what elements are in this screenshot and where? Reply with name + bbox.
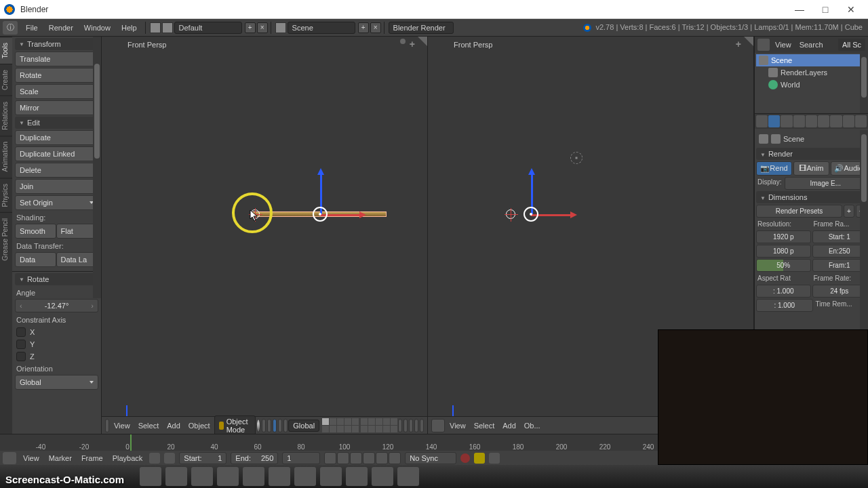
- timeline-view-menu[interactable]: View: [20, 454, 42, 462]
- editor-type-icon[interactable]: [3, 452, 16, 464]
- operator-header[interactable]: Rotate: [15, 273, 98, 285]
- renderlayers-context-icon[interactable]: [781, 115, 792, 127]
- outliner-world-row[interactable]: World: [756, 79, 867, 91]
- playhead[interactable]: [130, 434, 132, 451]
- data-button[interactable]: Data: [15, 252, 56, 267]
- manipulator-translate-icon[interactable]: [273, 419, 277, 432]
- taskbar-app-icon[interactable]: [346, 467, 368, 486]
- world-context-icon[interactable]: [806, 115, 817, 127]
- taskbar-app-icon[interactable]: [397, 467, 419, 486]
- menu-help[interactable]: Help: [116, 24, 142, 32]
- taskbar-app-icon[interactable]: [243, 467, 264, 486]
- render-engine-dropdown[interactable]: Blender Render: [389, 22, 454, 34]
- add-preset-button[interactable]: +: [844, 205, 854, 218]
- screen-layout-dropdown[interactable]: Default: [174, 22, 242, 34]
- add-menu[interactable]: Add: [498, 422, 520, 430]
- delete-scene-button[interactable]: ×: [370, 22, 381, 33]
- split-corner-icon[interactable]: [744, 37, 753, 46]
- timeline-track[interactable]: -40-20020406080100120140160180200220240: [0, 434, 658, 451]
- data-context-icon[interactable]: [855, 115, 867, 127]
- taskbar-app-icon[interactable]: [320, 467, 342, 486]
- join-button[interactable]: Join: [15, 179, 98, 194]
- toolshelf-scrollbar[interactable]: [93, 37, 101, 298]
- constraint-y-checkbox[interactable]: Y: [15, 338, 98, 350]
- taskbar-app-icon[interactable]: [217, 467, 239, 486]
- back-to-previous-icon[interactable]: [150, 22, 161, 33]
- frame-step-field[interactable]: Fram:1: [812, 259, 867, 272]
- screen-browse-icon[interactable]: [162, 22, 173, 33]
- taskbar-app-icon[interactable]: [140, 467, 161, 486]
- constraint-x-checkbox[interactable]: X: [15, 326, 98, 338]
- tab-relations[interactable]: Relations: [0, 96, 12, 136]
- keying-dropdown-icon[interactable]: [489, 453, 500, 464]
- render-context-icon[interactable]: [768, 115, 780, 127]
- outliner-renderlayers-row[interactable]: RenderLayers: [756, 66, 867, 79]
- editor-type-icon[interactable]: [757, 39, 770, 51]
- play-reverse-icon[interactable]: [350, 452, 362, 464]
- editor-type-icon[interactable]: [431, 419, 445, 432]
- tab-tools[interactable]: Tools: [0, 37, 12, 64]
- lock-layers-icon[interactable]: [398, 419, 402, 432]
- data-layout-button[interactable]: Data La: [56, 252, 98, 267]
- object-menu[interactable]: Ob...: [520, 422, 545, 430]
- scene-dropdown[interactable]: Scene: [288, 22, 355, 34]
- current-frame-field[interactable]: 1: [282, 452, 320, 464]
- render-panel-header[interactable]: Render: [756, 148, 867, 160]
- split-corner-icon[interactable]: [418, 37, 427, 46]
- tab-physics[interactable]: Physics: [0, 178, 12, 212]
- scale-button[interactable]: Scale: [15, 84, 98, 99]
- view-menu[interactable]: View: [110, 422, 134, 430]
- menu-render[interactable]: Render: [43, 24, 79, 32]
- minimize-button[interactable]: —: [787, 1, 812, 18]
- render-opengl-icon[interactable]: [414, 419, 418, 432]
- edit-header[interactable]: Edit: [15, 117, 98, 129]
- resolution-x-field[interactable]: 1920 p: [756, 230, 811, 243]
- auto-keyframe-icon[interactable]: [460, 453, 470, 463]
- object-menu[interactable]: Object: [184, 422, 214, 430]
- pin-icon[interactable]: [759, 134, 768, 144]
- keying-set-icon[interactable]: [474, 453, 485, 464]
- fps-dropdown[interactable]: 24 fps: [812, 285, 867, 298]
- add-menu[interactable]: Add: [163, 422, 184, 430]
- keyframe-next-icon[interactable]: [376, 452, 388, 464]
- mirror-button[interactable]: Mirror: [15, 100, 98, 115]
- object-context-icon[interactable]: [818, 115, 829, 127]
- properties-toggle-icon[interactable]: +: [736, 39, 741, 49]
- smooth-button[interactable]: Smooth: [15, 224, 56, 239]
- delete-button[interactable]: Delete: [15, 163, 98, 178]
- transform-header[interactable]: Transform: [15, 38, 98, 50]
- angle-slider[interactable]: ‹-12.47°›: [15, 299, 98, 312]
- timeline-marker-menu[interactable]: Marker: [46, 454, 75, 462]
- taskbar-app-icon[interactable]: [165, 467, 187, 486]
- duplicate-linked-button[interactable]: Duplicate Linked: [15, 146, 98, 161]
- editor-type-icon[interactable]: [756, 115, 768, 127]
- snap-type-icon[interactable]: [409, 419, 413, 432]
- duplicate-button[interactable]: Duplicate: [15, 130, 98, 145]
- frame-start-field[interactable]: Start: 1: [812, 230, 867, 243]
- dimensions-panel-header[interactable]: Dimensions: [756, 191, 867, 203]
- set-origin-dropdown[interactable]: Set Origin: [15, 195, 98, 210]
- add-layout-button[interactable]: +: [245, 22, 256, 33]
- layers-grid[interactable]: [322, 418, 397, 432]
- menu-file[interactable]: File: [20, 24, 43, 32]
- frame-end-field[interactable]: En:250: [812, 245, 867, 258]
- outliner-search-menu[interactable]: Search: [797, 41, 826, 49]
- menu-window[interactable]: Window: [79, 24, 116, 32]
- outliner-view-menu[interactable]: View: [772, 41, 794, 49]
- outliner-display-dropdown[interactable]: All Sc: [838, 39, 865, 51]
- close-button[interactable]: ✕: [838, 1, 864, 18]
- orientation-dropdown[interactable]: Global: [15, 375, 98, 390]
- outliner-scene-row[interactable]: Scene: [756, 54, 867, 66]
- tab-create[interactable]: Create: [0, 64, 12, 96]
- manipulator-rotate-icon[interactable]: [278, 419, 282, 432]
- lamp-object-icon[interactable]: [570, 152, 583, 164]
- display-dropdown[interactable]: Image E...: [785, 177, 867, 190]
- add-scene-button[interactable]: +: [358, 22, 369, 33]
- jump-start-icon[interactable]: [324, 452, 336, 464]
- play-icon[interactable]: [363, 452, 375, 464]
- view-menu[interactable]: View: [446, 422, 470, 430]
- render-button[interactable]: 📷Rend: [756, 161, 792, 176]
- select-menu[interactable]: Select: [134, 422, 163, 430]
- manipulator-toggle-icon[interactable]: [267, 419, 271, 432]
- camera-lock-icon[interactable]: [400, 39, 406, 44]
